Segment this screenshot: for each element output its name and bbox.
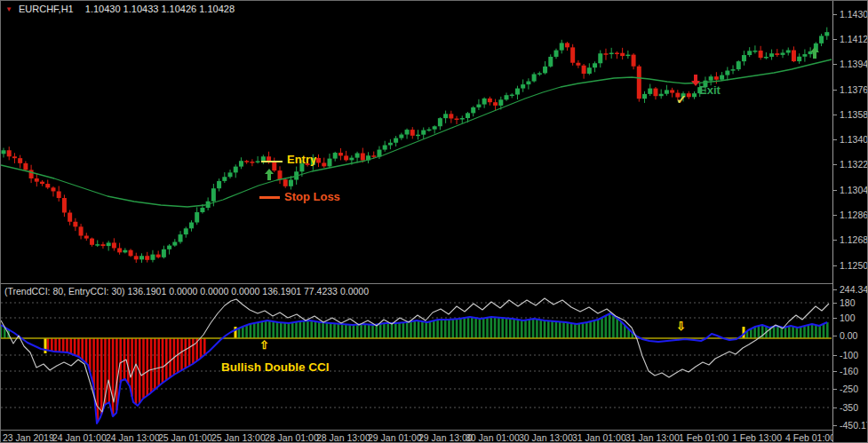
axis-tick [833,336,837,336]
price-label: 1.12860 [840,210,868,220]
time-label: 4 Feb 01:00 [785,433,835,443]
price-label: 1.14305 [840,10,868,20]
strategy-label: Bullish Double CCI [221,360,330,374]
cci-value-label: 100 [840,313,856,323]
cci-value-label: 180 [840,298,856,308]
price-label: 1.12680 [840,235,868,245]
time-label: 1 Feb 13:00 [732,433,782,443]
entry-up-arrow-icon [265,169,274,180]
axis-tick [833,90,837,91]
cci-down-arrow-icon: ⇩ [676,320,686,333]
axis-tick [833,164,837,165]
cci-indicator-header: (TrendCCI: 80, EntryCCI: 30) 136.1901 0.… [4,286,369,297]
cci-value-label: 0.00 [840,331,857,341]
time-label: 31 Jan 13:00 [625,433,680,443]
time-label: 25 Jan 01:00 [158,433,212,443]
breakout-up-arrow-icon [810,47,819,59]
time-label: 28 Jan 01:00 [265,433,319,443]
price-label: 1.13585 [840,110,868,120]
time-label: 30 Jan 13:00 [519,433,573,443]
stop-loss-line [259,196,280,199]
axis-tick [833,14,837,15]
axis-tick [833,115,837,115]
mt4-chart-window: ▼ EURCHF,H1 1.10430 1.10433 1.10426 1.10… [0,0,868,443]
cci-value-label: -250 [840,384,858,394]
symbol-title: EURCHF,H1 [19,4,74,14]
time-label: 24 Jan 13:00 [106,433,160,443]
cci-up-arrow-icon: ⇧ [259,338,269,352]
stop-loss-label: Stop Loss [284,190,340,203]
price-label: 1.13220 [840,160,868,170]
axis-tick [833,215,837,216]
axis-tick [833,240,837,241]
price-label: 1.13945 [840,59,868,69]
axis-tick [833,190,837,191]
chart-header: ▼ EURCHF,H1 1.10430 1.10433 1.10426 1.10… [5,4,235,14]
axis-tick [833,425,837,426]
axis-tick [833,371,837,372]
check-icon: ✓ [676,92,687,107]
cci-indicator-plot[interactable] [1,285,832,431]
time-label: 30 Jan 01:00 [466,433,520,443]
time-label: 29 Jan 13:00 [418,433,473,443]
exit-label: Exit [699,83,721,97]
ohlc-values: 1.10430 1.10433 1.10426 1.10428 [85,4,235,14]
cci-value-label: -350 [840,403,858,413]
time-label: 25 Jan 13:00 [211,433,266,443]
price-label: 1.13765 [840,85,868,95]
axis-tick [833,64,837,65]
price-axis[interactable]: 1.143051.141251.139451.137651.135851.134… [832,1,868,443]
candlestick-plot[interactable] [1,1,832,284]
symbol-marker-icon[interactable]: ▼ [5,5,12,13]
axis-tick [833,289,837,290]
time-label: 1 Feb 01:00 [679,433,729,443]
main-chart[interactable]: ▼ EURCHF,H1 1.10430 1.10433 1.10426 1.10… [1,1,832,284]
panel-resize-separator[interactable] [1,283,868,284]
time-label: 24 Jan 01:00 [52,433,107,443]
axis-tick [833,303,837,304]
cci-value-label: 244.3418 [840,285,868,295]
axis-tick [833,265,837,266]
axis-tick [833,389,837,390]
cci-value-label: -160 [840,367,858,376]
entry-price-line [261,161,283,162]
exit-down-arrow-icon [691,75,700,86]
entry-label: Entry [287,153,316,166]
time-label: 29 Jan 01:00 [368,433,422,443]
time-label: 28 Jan 13:00 [316,433,370,443]
cci-value-label: -100 [840,351,858,360]
axis-tick [833,407,837,408]
time-axis-separator [1,430,868,431]
axis-tick [833,355,837,356]
time-label: 23 Jan 2019 [3,433,54,443]
price-label: 1.13040 [840,186,868,195]
cci-value-label: -450.1737 [840,421,868,431]
axis-tick [833,318,837,319]
price-label: 1.12500 [840,261,868,271]
time-label: 31 Jan 01:00 [572,433,626,443]
price-label: 1.13400 [840,135,868,145]
axis-tick [833,39,837,40]
time-axis[interactable]: 23 Jan 201924 Jan 01:0024 Jan 13:0025 Ja… [1,431,832,443]
price-label: 1.14125 [840,35,868,44]
axis-tick [833,139,837,140]
